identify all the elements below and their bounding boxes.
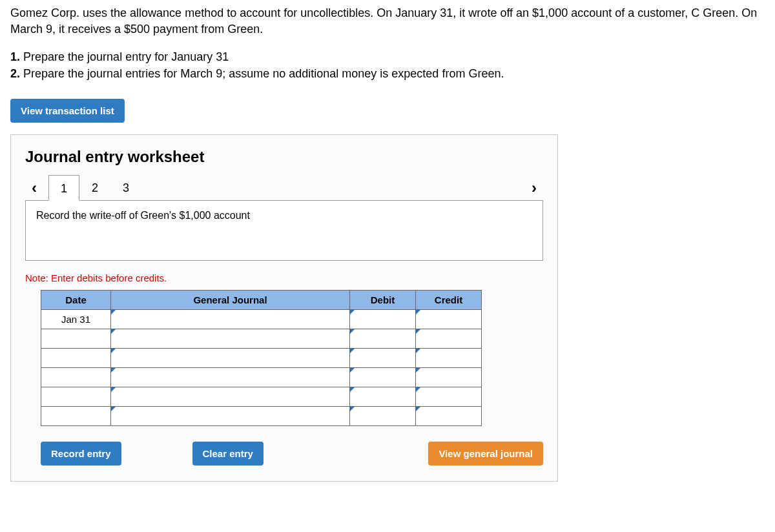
chevron-left-icon[interactable]: ‹	[25, 179, 43, 197]
header-credit: Credit	[416, 290, 482, 309]
view-transaction-list-button[interactable]: View transaction list	[10, 99, 125, 123]
credit-cell[interactable]	[416, 329, 482, 348]
debit-cell[interactable]	[350, 309, 416, 329]
table-row	[41, 329, 482, 348]
instruction-box: Record the write-off of Green's $1,000 a…	[25, 200, 543, 261]
dropdown-indicator-icon	[416, 329, 420, 334]
task-number: 1.	[10, 50, 20, 63]
task-number: 2.	[10, 67, 20, 80]
credit-cell[interactable]	[416, 348, 482, 367]
credit-cell[interactable]	[416, 387, 482, 406]
note-text: Note: Enter debits before credits.	[25, 272, 543, 283]
tab-2[interactable]: 2	[79, 175, 110, 201]
panel-title: Journal entry worksheet	[25, 148, 543, 166]
dropdown-indicator-icon	[350, 407, 355, 411]
dropdown-indicator-icon	[350, 310, 355, 314]
table-row: Jan 31	[41, 309, 482, 329]
dropdown-indicator-icon	[111, 407, 116, 411]
task-text: Prepare the journal entries for March 9;…	[23, 67, 504, 80]
header-date: Date	[41, 290, 111, 309]
dropdown-indicator-icon	[416, 349, 420, 353]
date-cell[interactable]	[41, 329, 111, 348]
dropdown-indicator-icon	[350, 349, 355, 353]
dropdown-indicator-icon	[416, 368, 420, 373]
gj-cell[interactable]	[111, 329, 350, 348]
dropdown-indicator-icon	[350, 368, 355, 373]
date-cell[interactable]	[41, 348, 111, 367]
debit-cell[interactable]	[350, 329, 416, 348]
dropdown-indicator-icon	[111, 310, 116, 314]
gj-cell[interactable]	[111, 387, 350, 406]
date-cell[interactable]	[41, 367, 111, 387]
table-row	[41, 387, 482, 406]
dropdown-indicator-icon	[111, 349, 116, 353]
credit-cell[interactable]	[416, 367, 482, 387]
gj-cell[interactable]	[111, 406, 350, 425]
date-cell[interactable]	[41, 387, 111, 406]
dropdown-indicator-icon	[111, 329, 116, 334]
dropdown-indicator-icon	[350, 387, 355, 392]
credit-cell[interactable]	[416, 309, 482, 329]
tab-3[interactable]: 3	[110, 175, 141, 201]
record-entry-button[interactable]: Record entry	[41, 442, 121, 466]
journal-entry-table: Date General Journal Debit Credit Jan 31	[41, 290, 482, 426]
dropdown-indicator-icon	[416, 387, 420, 392]
dropdown-indicator-icon	[350, 329, 355, 334]
dropdown-indicator-icon	[416, 407, 420, 411]
debit-cell[interactable]	[350, 348, 416, 367]
debit-cell[interactable]	[350, 367, 416, 387]
table-body: Jan 31	[41, 309, 482, 425]
view-general-journal-button[interactable]: View general journal	[428, 442, 543, 466]
gj-cell[interactable]	[111, 309, 350, 329]
table-row	[41, 348, 482, 367]
task-list: 1. Prepare the journal entry for January…	[10, 49, 775, 81]
button-row: Record entry Clear entry View general jo…	[41, 442, 543, 466]
dropdown-indicator-icon	[111, 387, 116, 392]
clear-entry-button[interactable]: Clear entry	[192, 442, 264, 466]
date-cell[interactable]	[41, 406, 111, 425]
table-row	[41, 367, 482, 387]
chevron-right-icon[interactable]: ›	[525, 179, 543, 197]
debit-cell[interactable]	[350, 387, 416, 406]
header-debit: Debit	[350, 290, 416, 309]
tab-row: ‹ 1 2 3 ›	[25, 175, 543, 201]
gj-cell[interactable]	[111, 367, 350, 387]
debit-cell[interactable]	[350, 406, 416, 425]
date-cell[interactable]: Jan 31	[41, 309, 111, 329]
gj-cell[interactable]	[111, 348, 350, 367]
journal-entry-panel: Journal entry worksheet ‹ 1 2 3 › Record…	[10, 134, 558, 482]
credit-cell[interactable]	[416, 406, 482, 425]
header-general-journal: General Journal	[111, 290, 350, 309]
dropdown-indicator-icon	[416, 310, 420, 314]
tab-1[interactable]: 1	[48, 175, 79, 201]
problem-intro: Gomez Corp. uses the allowance method to…	[10, 5, 775, 37]
table-row	[41, 406, 482, 425]
task-text: Prepare the journal entry for January 31	[23, 50, 229, 63]
dropdown-indicator-icon	[111, 368, 116, 373]
